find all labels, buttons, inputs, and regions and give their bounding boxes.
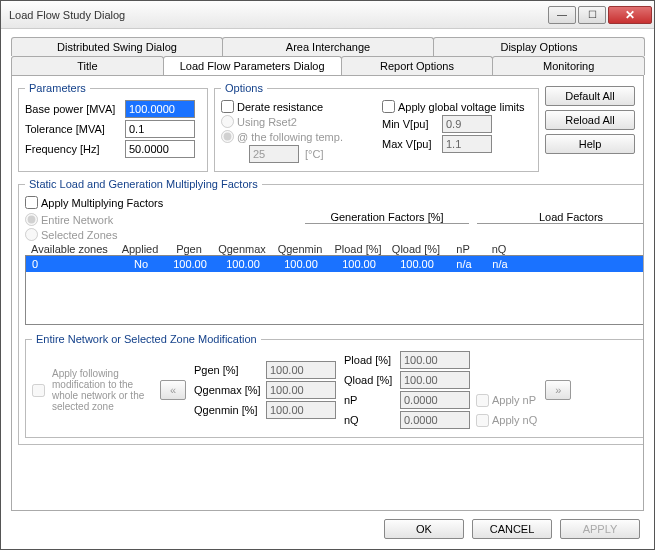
mod-nq-input: [400, 411, 470, 429]
gen-factors-header: Generation Factors [%]: [305, 211, 469, 224]
minv-input: [442, 115, 492, 133]
col-pgen: Pgen: [165, 243, 213, 255]
following-temp-radio: [221, 130, 234, 143]
col-applied: Applied: [115, 243, 165, 255]
tolerance-input[interactable]: [125, 120, 195, 138]
tab-distributed-swing[interactable]: Distributed Swing Dialog: [11, 37, 223, 56]
frequency-input[interactable]: [125, 140, 195, 158]
apply-factors-label: Apply Multiplying Factors: [41, 197, 163, 209]
cancel-button[interactable]: CANCEL: [472, 519, 552, 539]
window-title: Load Flow Study Dialog: [9, 9, 546, 21]
entire-network-label: Entire Network: [41, 214, 113, 226]
reload-all-button[interactable]: Reload All: [545, 110, 635, 130]
tolerance-label: Tolerance [MVA]: [25, 123, 125, 135]
mod-np-label: nP: [344, 394, 400, 406]
mod-apply-right-button: »: [545, 380, 571, 400]
tab-area-interchange[interactable]: Area Interchange: [222, 37, 434, 56]
tab-display-options[interactable]: Display Options: [433, 37, 645, 56]
base-power-input[interactable]: [125, 100, 195, 118]
factors-group: Static Load and Generation Multiplying F…: [18, 178, 644, 445]
cell-applied: No: [116, 258, 166, 270]
derate-checkbox[interactable]: [221, 100, 234, 113]
chevron-left-icon: «: [170, 384, 176, 396]
maxv-input: [442, 135, 492, 153]
maxv-label: Max V[pu]: [382, 138, 442, 150]
zone-list-header: Available zones Applied Pgen Qgenmax Qge…: [25, 243, 644, 255]
mod-pgen-label: Pgen [%]: [194, 364, 266, 376]
modification-legend: Entire Network or Selected Zone Modifica…: [32, 333, 261, 345]
dialog-window: Load Flow Study Dialog — ☐ ✕ Distributed…: [0, 0, 655, 550]
options-legend: Options: [221, 82, 267, 94]
tab-monitoring[interactable]: Monitoring: [492, 56, 645, 75]
apply-factors-checkbox[interactable]: [25, 196, 38, 209]
col-nq: nQ: [481, 243, 517, 255]
chevron-right-icon: »: [555, 384, 561, 396]
cell-np: n/a: [446, 258, 482, 270]
maximize-button[interactable]: ☐: [578, 6, 606, 24]
col-qgenmin: Qgenmin: [271, 243, 329, 255]
cell-qgenmax: 100.00: [214, 258, 272, 270]
col-qload: Qload [%]: [387, 243, 445, 255]
tab-load-flow-parameters[interactable]: Load Flow Parameters Dialog: [163, 56, 342, 75]
cell-zone: 0: [26, 258, 116, 270]
base-power-label: Base power [MVA]: [25, 103, 125, 115]
apply-button[interactable]: APPLY: [560, 519, 640, 539]
parameters-legend: Parameters: [25, 82, 90, 94]
temp-unit-label: [°C]: [305, 148, 323, 160]
minv-label: Min V[pu]: [382, 118, 442, 130]
dialog-buttons: OK CANCEL APPLY: [11, 511, 644, 543]
mod-pgen-input: [266, 361, 336, 379]
apply-np-label: Apply nP: [492, 394, 536, 406]
apply-np-checkbox: [476, 394, 489, 407]
mod-qgenmax-label: Qgenmax [%]: [194, 384, 266, 396]
frequency-label: Frequency [Hz]: [25, 143, 125, 155]
col-np: nP: [445, 243, 481, 255]
minimize-button[interactable]: —: [548, 6, 576, 24]
tab-body: Parameters Base power [MVA] Tolerance [M…: [11, 75, 644, 511]
side-buttons: Default All Reload All Help: [545, 82, 637, 172]
tab-report-options[interactable]: Report Options: [341, 56, 494, 75]
entire-network-radio: [25, 213, 38, 226]
mod-qgenmin-input: [266, 401, 336, 419]
titlebar: Load Flow Study Dialog — ☐ ✕: [1, 1, 654, 29]
apply-mod-hint: Apply following modification to the whol…: [52, 368, 152, 412]
mod-qload-input: [400, 371, 470, 389]
mod-qgenmin-label: Qgenmin [%]: [194, 404, 266, 416]
mod-qgenmax-input: [266, 381, 336, 399]
zone-list[interactable]: 0 No 100.00 100.00 100.00 100.00 100.00 …: [25, 255, 644, 325]
cell-pgen: 100.00: [166, 258, 214, 270]
derate-label: Derate resistance: [237, 101, 323, 113]
mod-pload-input: [400, 351, 470, 369]
cell-qgenmin: 100.00: [272, 258, 330, 270]
apply-mod-checkbox: [32, 384, 45, 397]
factors-legend: Static Load and Generation Multiplying F…: [25, 178, 262, 190]
apply-global-label: Apply global voltage limits: [398, 101, 525, 113]
col-pload: Pload [%]: [329, 243, 387, 255]
temp-input: [249, 145, 299, 163]
selected-zones-radio: [25, 228, 38, 241]
rset2-radio: [221, 115, 234, 128]
help-button[interactable]: Help: [545, 134, 635, 154]
apply-global-checkbox[interactable]: [382, 100, 395, 113]
load-factors-header: Load Factors: [477, 211, 644, 224]
tabs: Distributed Swing Dialog Area Interchang…: [11, 37, 644, 75]
mod-apply-left-button: «: [160, 380, 186, 400]
cell-pload: 100.00: [330, 258, 388, 270]
cell-qload: 100.00: [388, 258, 446, 270]
col-qgenmax: Qgenmax: [213, 243, 271, 255]
mod-pload-label: Pload [%]: [344, 354, 400, 366]
rset2-label: Using Rset2: [237, 116, 297, 128]
apply-nq-checkbox: [476, 414, 489, 427]
mod-np-input: [400, 391, 470, 409]
tab-title[interactable]: Title: [11, 56, 164, 75]
col-available-zones: Available zones: [25, 243, 115, 255]
mod-qload-label: Qload [%]: [344, 374, 400, 386]
selected-zones-label: Selected Zones: [41, 229, 117, 241]
client-area: Distributed Swing Dialog Area Interchang…: [1, 29, 654, 549]
ok-button[interactable]: OK: [384, 519, 464, 539]
cell-nq: n/a: [482, 258, 518, 270]
close-button[interactable]: ✕: [608, 6, 652, 24]
zone-row[interactable]: 0 No 100.00 100.00 100.00 100.00 100.00 …: [26, 256, 644, 272]
following-temp-label: @ the following temp.: [237, 131, 343, 143]
default-all-button[interactable]: Default All: [545, 86, 635, 106]
